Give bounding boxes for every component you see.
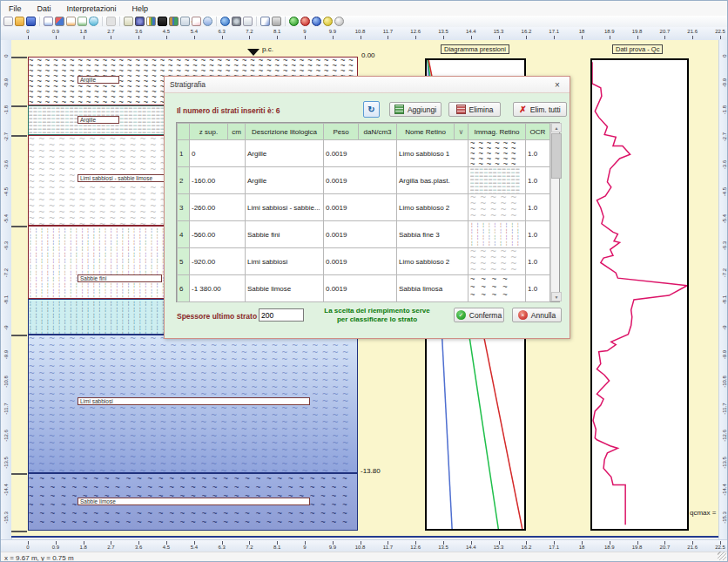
peso-cell[interactable]: 0.0019 [324, 194, 397, 221]
scroll-up-icon[interactable]: ▲ [551, 123, 562, 132]
compose-icon[interactable] [78, 17, 87, 26]
z-sup-cell[interactable]: -920.00 [190, 248, 246, 275]
nome-retino-cell[interactable]: Limo sabbioso 1 [397, 140, 468, 167]
retino-swatch-cell[interactable]: ~~~~~~~~~~~~~~~~~~~~~~~~~~~~~~~~~~~~~~~~… [468, 275, 526, 302]
sphere-silver-icon[interactable] [334, 17, 344, 26]
nome-retino-cell[interactable]: Limo sabbioso 2 [397, 194, 468, 221]
print-icon[interactable] [272, 17, 281, 26]
menu-file[interactable]: File [1, 1, 30, 16]
bar-chart-icon[interactable]: ▾ [146, 17, 156, 26]
ruler-tick-label: -14.4 [722, 477, 727, 503]
z-sup-cell[interactable]: 0 [190, 140, 246, 167]
open-folder-icon[interactable] [15, 17, 24, 26]
header-descrizione[interactable]: Descrizione litologica [246, 124, 324, 140]
refresh-button[interactable]: ↻ [363, 101, 380, 118]
descrizione-cell[interactable]: Limi sabbiosi - sabbie... [246, 194, 324, 221]
chart-export-icon[interactable] [260, 17, 270, 26]
delete-all-button[interactable]: ✗ Elim. tutti [513, 102, 567, 117]
descrizione-cell[interactable]: Sabbie fini [246, 221, 324, 248]
scroll-thumb[interactable] [551, 133, 562, 179]
gear-icon[interactable] [135, 17, 145, 26]
ground-level-label: p.c. [262, 45, 273, 53]
header-unit-cm[interactable]: cm [228, 124, 246, 140]
refresh-doc-icon[interactable] [203, 17, 212, 26]
line-chart-icon[interactable] [192, 17, 201, 26]
ocr-cell[interactable]: 1.0 [526, 221, 550, 248]
sphere-green-icon[interactable] [289, 17, 299, 26]
edit-document-icon[interactable] [66, 17, 76, 26]
row-number-cell[interactable]: 1 [178, 140, 190, 167]
header-unit-dan[interactable]: daN/cm3 [359, 124, 397, 140]
z-sup-cell[interactable]: -1 380.00 [190, 275, 246, 302]
sphere-red-icon[interactable] [300, 17, 310, 26]
peso-cell[interactable]: 0.0019 [324, 275, 397, 302]
z-sup-cell[interactable]: -560.00 [190, 221, 246, 248]
menu-interpretazioni[interactable]: Interpretazioni [59, 1, 125, 16]
column-chart-icon[interactable] [169, 17, 179, 26]
row-number-cell[interactable]: 2 [178, 167, 190, 194]
save-icon[interactable] [26, 17, 36, 26]
sphere-yellow-icon[interactable] [323, 17, 333, 26]
notes-icon[interactable] [243, 17, 253, 26]
delete-stratum-button[interactable]: Elimina [448, 102, 501, 117]
retino-swatch-cell[interactable]: ~~~~~~~~~~~~~~~~~~~~~~~~~~~~~~~~~~~~~~~~… [468, 140, 526, 167]
scroll-down-icon[interactable]: ▼ [551, 292, 562, 301]
settings-gear-icon[interactable] [232, 17, 241, 26]
add-stratum-button[interactable]: Aggiungi [389, 102, 442, 117]
retino-dropdown-icon[interactable]: ∨ [455, 124, 468, 140]
z-sup-cell[interactable]: -160.00 [190, 167, 246, 194]
lab-flask-icon[interactable] [89, 17, 98, 26]
grid-icon[interactable] [106, 17, 116, 26]
retino-swatch-cell[interactable]: ––––––––––––––––––––––––––––––––––––––––… [468, 167, 526, 194]
report-icon[interactable] [44, 17, 53, 26]
retino-swatch-cell[interactable]: ¦¦¦¦¦¦¦¦¦¦¦¦¦¦¦¦¦¦¦¦¦¦¦¦¦¦¦¦¦¦¦¦¦¦¦¦¦¦¦¦… [468, 221, 526, 248]
nome-retino-cell[interactable]: Limo sabbioso 2 [397, 248, 468, 275]
close-icon[interactable]: × [550, 80, 564, 90]
peso-cell[interactable]: 0.0019 [324, 221, 397, 248]
header-z-sup[interactable]: z sup. [190, 124, 228, 140]
ocr-cell[interactable]: 1.0 [526, 140, 550, 167]
table-view-icon[interactable] [158, 17, 167, 26]
row-number-cell[interactable]: 5 [178, 248, 190, 275]
peso-cell[interactable]: 0.0019 [324, 167, 397, 194]
row-number-cell[interactable]: 6 [178, 275, 190, 302]
nome-retino-cell[interactable]: Argilla bas.plast. [397, 167, 468, 194]
header-peso[interactable]: Peso [324, 124, 359, 140]
spessore-input[interactable] [259, 308, 304, 322]
row-number-cell[interactable]: 3 [178, 194, 190, 221]
picture-frame-icon[interactable] [124, 17, 133, 26]
resize-grip[interactable] [718, 552, 726, 560]
header-nome-retino[interactable]: Nome Retino [397, 124, 455, 140]
header-ocr[interactable]: OCR [526, 124, 550, 140]
image-icon[interactable] [55, 17, 64, 26]
cancel-button[interactable]: × Annulla [512, 308, 562, 322]
window-layout-icon[interactable]: ▾ [180, 17, 190, 26]
nome-retino-cell[interactable]: Sabbia limosa [397, 275, 468, 302]
dialog-title-bar[interactable]: Stratigrafia × [165, 77, 570, 93]
nome-retino-cell[interactable]: Sabbia fine 3 [397, 221, 468, 248]
new-file-icon[interactable] [3, 17, 13, 26]
table-scrollbar[interactable]: ▲ ▼ [550, 123, 559, 301]
descrizione-cell[interactable]: Argille [246, 167, 324, 194]
ocr-cell[interactable]: 1.0 [526, 275, 550, 302]
descrizione-cell[interactable]: Sabbie limose [246, 275, 324, 302]
ruler-tick-label: -4.5 [722, 179, 727, 205]
confirm-button[interactable]: ✓ Conferma [454, 308, 504, 322]
header-immag-retino[interactable]: Immag. Retino [468, 124, 526, 140]
descrizione-cell[interactable]: Argille [246, 140, 324, 167]
sphere-blue-icon[interactable] [312, 17, 321, 26]
ruler-tick-label: 9 [303, 29, 306, 34]
menu-help[interactable]: Help [125, 1, 157, 16]
descrizione-cell[interactable]: Limi sabbiosi [246, 248, 324, 275]
retino-swatch-cell[interactable]: ~~~~~~~~~~~~~~~~~~~~~~~~~~~~~~~~~~~~~~~~… [468, 194, 526, 221]
ocr-cell[interactable]: 1.0 [526, 194, 550, 221]
ocr-cell[interactable]: 1.0 [526, 167, 550, 194]
menu-dati[interactable]: Dati [30, 1, 59, 16]
globe-icon[interactable] [220, 17, 230, 26]
ocr-cell[interactable]: 1.0 [526, 248, 550, 275]
row-number-cell[interactable]: 4 [178, 221, 190, 248]
peso-cell[interactable]: 0.0019 [324, 248, 397, 275]
z-sup-cell[interactable]: -260.00 [190, 194, 246, 221]
retino-swatch-cell[interactable]: ~~~~~~~~~~~~~~~~~~~~~~~~~~~~~~~~~~~~~~~~… [468, 248, 526, 275]
peso-cell[interactable]: 0.0019 [324, 140, 397, 167]
